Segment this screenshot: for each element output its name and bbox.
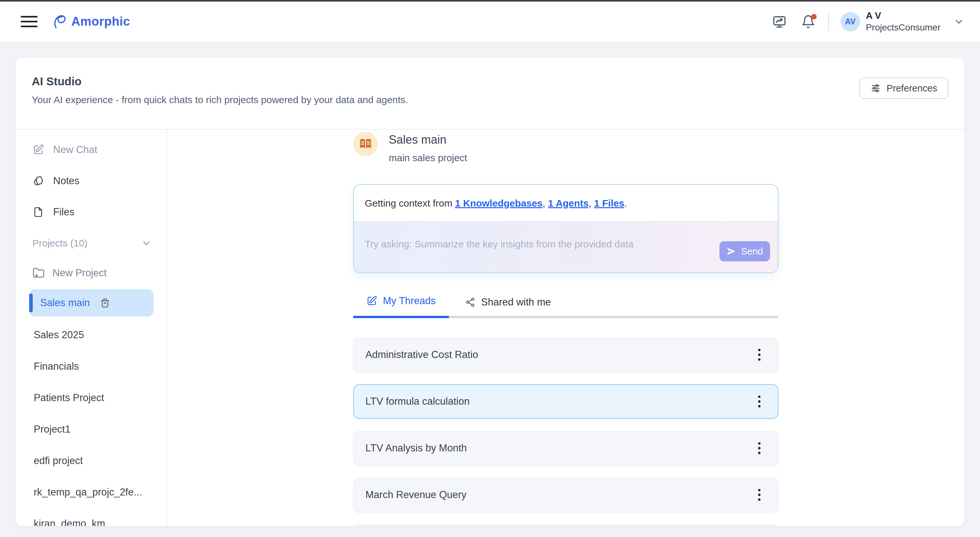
edit-pencil-icon: [366, 295, 377, 306]
project-label: Project1: [34, 424, 71, 435]
topbar-divider: [828, 13, 829, 31]
edit-pencil-icon: [32, 144, 44, 156]
project-label: kiran_demo_km: [34, 518, 105, 526]
thread-row[interactable]: Administrative Cost Ratio: [353, 338, 778, 372]
agents-link[interactable]: 1 Agents: [548, 198, 589, 209]
new-project-button[interactable]: New Project: [16, 259, 166, 287]
avatar: AV: [841, 12, 860, 32]
tab-my-threads[interactable]: My Threads: [353, 295, 449, 318]
thread-menu-kebab-icon[interactable]: [752, 392, 767, 411]
thread-menu-kebab-icon[interactable]: [752, 485, 767, 505]
send-button[interactable]: Send: [719, 241, 770, 261]
projects-header-label: Projects (10): [32, 238, 88, 249]
delete-project-trash-icon[interactable]: [100, 297, 110, 308]
user-menu[interactable]: AV A V ProjectsConsumer: [841, 10, 964, 33]
tab-label: Shared with me: [481, 296, 551, 308]
files-link[interactable]: 1 Files: [594, 198, 624, 209]
sidebar-item-notes[interactable]: Notes: [16, 166, 166, 196]
context-summary: Getting context from 1 Knowledgebases, 1…: [354, 185, 778, 221]
ai-studio-card: AI Studio Your AI experience - from quic…: [16, 58, 964, 526]
amorphic-logo-mark-icon: [52, 13, 69, 30]
topbar: Amorphic AV A V ProjectsConsumer: [0, 0, 980, 41]
thread-row[interactable]: LTV Analysis by Month: [353, 431, 778, 465]
folder-plus-icon: [32, 267, 45, 279]
window-edge: [0, 0, 980, 2]
thread-title: Administrative Cost Ratio: [366, 349, 478, 360]
sidebar-item-new-chat[interactable]: New Chat: [16, 134, 166, 166]
sidebar-project-item[interactable]: rk_temp_qa_projc_2fe...: [16, 476, 166, 508]
send-label: Send: [741, 246, 763, 257]
thread-list: Administrative Cost Ratio LTV formula ca…: [353, 338, 778, 526]
context-card: Getting context from 1 Knowledgebases, 1…: [353, 184, 778, 273]
composer: Send: [354, 221, 778, 272]
dashboard-monitor-icon[interactable]: [772, 14, 787, 29]
project-header: Sales main main sales project: [353, 132, 778, 163]
preferences-label: Preferences: [887, 83, 937, 94]
sidebar-item-label: New Chat: [53, 144, 97, 156]
sidebar-project-selected[interactable]: Sales main: [29, 289, 154, 317]
context-separator: ,: [542, 198, 548, 209]
sidebar-project-item[interactable]: Project1: [16, 413, 166, 445]
user-names: A V ProjectsConsumer: [866, 10, 940, 33]
project-label: Patients Project: [34, 392, 104, 404]
page-header: AI Studio Your AI experience - from quic…: [16, 58, 964, 130]
notifications-bell-icon[interactable]: [801, 14, 815, 29]
project-label: edfi project: [34, 455, 83, 467]
sidebar-project-item[interactable]: Financials: [16, 351, 166, 382]
projects-section-header[interactable]: Projects (10): [16, 228, 166, 259]
main-area: Sales main main sales project Getting co…: [167, 130, 964, 526]
topbar-right: AV A V ProjectsConsumer: [772, 10, 964, 33]
sidebar-project-item[interactable]: edfi project: [16, 445, 166, 476]
page-subtitle: Your AI experience - from quick chats to…: [32, 94, 948, 105]
notes-icon: [32, 175, 44, 187]
thread-menu-kebab-icon[interactable]: [752, 345, 767, 365]
project-label: rk_temp_qa_projc_2fe...: [34, 486, 142, 498]
project-label: Sales 2025: [34, 329, 84, 341]
sliders-icon: [870, 83, 881, 93]
user-name: A V: [866, 10, 940, 21]
project-name: Sales main: [389, 133, 467, 147]
thread-menu-kebab-icon[interactable]: [752, 438, 767, 458]
thread-row-selected[interactable]: LTV formula calculation: [353, 384, 778, 419]
project-avatar: [353, 132, 378, 156]
sidebar-item-label: Files: [53, 206, 74, 218]
threads-tabs: My Threads Shared with me: [353, 295, 778, 318]
amorphic-logo[interactable]: Amorphic: [52, 13, 130, 30]
selected-project-label: Sales main: [40, 297, 90, 309]
prompt-input[interactable]: [354, 222, 778, 272]
thread-title: March Revenue Query: [366, 489, 467, 501]
page-title: AI Studio: [32, 75, 948, 88]
thread-title: LTV formula calculation: [366, 396, 470, 407]
open-book-icon: [358, 137, 373, 151]
chevron-down-icon[interactable]: [953, 16, 964, 27]
project-description: main sales project: [389, 152, 467, 163]
sidebar-item-files[interactable]: Files: [16, 196, 166, 228]
tab-label: My Threads: [383, 295, 436, 307]
sidebar-item-label: Notes: [53, 175, 80, 187]
thread-row[interactable]: March Revenue Query: [353, 478, 778, 512]
paper-plane-icon: [726, 247, 736, 256]
preferences-button[interactable]: Preferences: [859, 78, 948, 99]
context-period: .: [624, 198, 627, 209]
logo-text: Amorphic: [71, 14, 130, 29]
context-prefix: Getting context from: [365, 198, 455, 209]
knowledgebases-link[interactable]: 1 Knowledgebases: [455, 198, 542, 209]
sidebar-project-item[interactable]: kiran_demo_km: [16, 508, 166, 526]
project-label: Financials: [34, 360, 79, 372]
share-icon: [465, 297, 476, 308]
notification-dot: [811, 14, 817, 19]
thread-row-partial[interactable]: [353, 524, 778, 526]
thread-title: LTV Analysis by Month: [366, 442, 467, 454]
tab-shared-with-me[interactable]: Shared with me: [452, 295, 564, 318]
chevron-down-icon: [141, 238, 152, 249]
hamburger-menu-button[interactable]: [21, 14, 38, 29]
sidebar-project-item[interactable]: Patients Project: [16, 382, 166, 413]
sidebar-project-item[interactable]: Sales 2025: [16, 319, 166, 351]
context-separator: ,: [589, 198, 594, 209]
new-project-label: New Project: [52, 267, 107, 279]
sidebar: New Chat Notes Files: [16, 130, 167, 526]
file-icon: [32, 206, 44, 218]
user-role: ProjectsConsumer: [866, 22, 940, 33]
